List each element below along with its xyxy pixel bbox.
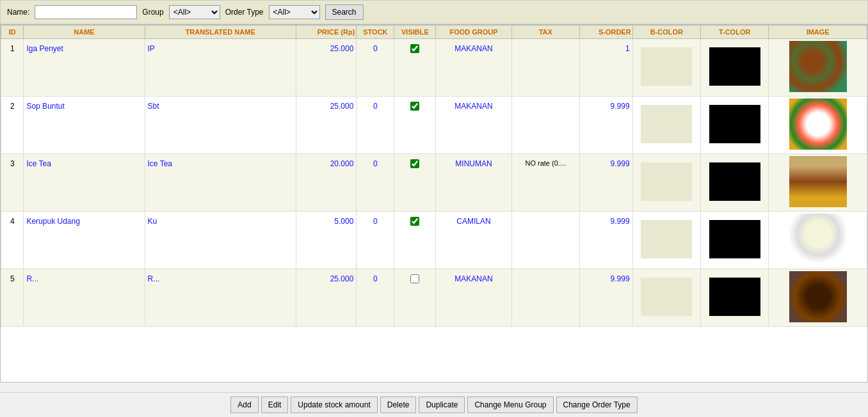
cell-id: 2 xyxy=(1,97,24,154)
cell-tcolor xyxy=(700,269,768,327)
cell-price: 25.000 xyxy=(296,39,357,97)
cell-name: Ice Tea xyxy=(24,154,145,212)
cell-bcolor xyxy=(632,269,700,327)
ordertype-select[interactable]: <All> xyxy=(269,5,320,19)
cell-image xyxy=(769,97,867,154)
col-header-image: IMAGE xyxy=(769,26,867,39)
col-header-stock: STOCK xyxy=(357,26,394,39)
cell-image xyxy=(769,269,867,327)
search-button[interactable]: Search xyxy=(325,4,364,20)
visible-checkbox[interactable] xyxy=(410,102,419,111)
cell-visible xyxy=(394,212,436,269)
cell-sorder: 9.999 xyxy=(579,212,632,269)
table-row[interactable]: 1 Iga Penyet IP 25.000 0 MAKANAN 1 xyxy=(1,39,867,97)
col-header-bcolor: B-COLOR xyxy=(632,26,700,39)
cell-tcolor xyxy=(700,154,768,212)
cell-price: 5.000 xyxy=(296,212,357,269)
cell-image xyxy=(769,39,867,97)
cell-translated: IP xyxy=(145,39,296,97)
cell-sorder: 9.999 xyxy=(579,154,632,212)
cell-id: 3 xyxy=(1,154,24,212)
cell-tax xyxy=(511,212,579,269)
group-select[interactable]: <All> xyxy=(169,5,220,19)
cell-name: Iga Penyet xyxy=(24,39,145,97)
cell-tcolor xyxy=(700,212,768,269)
table-row[interactable]: 2 Sop Buntut Sbt 25.000 0 MAKANAN 9.999 xyxy=(1,97,867,154)
col-header-name: NAME xyxy=(24,26,145,39)
group-label: Group xyxy=(142,8,163,17)
cell-bcolor xyxy=(632,212,700,269)
table-row[interactable]: 3 Ice Tea Ice Tea 20.000 0 MINUMAN NO ra… xyxy=(1,154,867,212)
cell-id: 5 xyxy=(1,269,24,327)
cell-foodgroup: CAMILAN xyxy=(436,212,511,269)
visible-checkbox[interactable] xyxy=(410,44,419,53)
col-header-sorder: S-ORDER xyxy=(579,26,632,39)
tcolor-box xyxy=(709,220,760,258)
cell-image xyxy=(769,154,867,212)
cell-stock: 0 xyxy=(357,269,394,327)
cell-translated: Ku xyxy=(145,212,296,269)
cell-foodgroup: MAKANAN xyxy=(436,39,511,97)
table-row[interactable]: 5 R... R... 25.000 0 MAKANAN 9.999 xyxy=(1,269,867,327)
table-header-row: ID NAME TRANSLATED NAME PRICE (Rp) STOCK… xyxy=(1,26,867,39)
cell-tax: NO rate (0.... xyxy=(511,154,579,212)
cell-translated: Sbt xyxy=(145,97,296,154)
cell-price: 25.000 xyxy=(296,269,357,327)
cell-visible xyxy=(394,39,436,97)
cell-id: 4 xyxy=(1,212,24,269)
cell-visible xyxy=(394,154,436,212)
visible-checkbox[interactable] xyxy=(410,159,419,168)
cell-tax xyxy=(511,97,579,154)
food-image xyxy=(789,156,847,207)
cell-price: 25.000 xyxy=(296,97,357,154)
bcolor-box xyxy=(641,162,692,201)
cell-name: R... xyxy=(24,269,145,327)
visible-checkbox[interactable] xyxy=(410,217,419,226)
bcolor-box xyxy=(641,47,692,86)
cell-sorder: 9.999 xyxy=(579,269,632,327)
visible-checkbox[interactable] xyxy=(410,274,419,283)
cell-tax xyxy=(511,269,579,327)
name-input[interactable] xyxy=(35,5,137,19)
tcolor-box xyxy=(709,162,760,201)
food-image xyxy=(789,41,847,92)
cell-bcolor xyxy=(632,39,700,97)
cell-visible xyxy=(394,269,436,327)
col-header-visible: VISIBLE xyxy=(394,26,436,39)
bcolor-box xyxy=(641,220,692,258)
food-image xyxy=(789,271,847,322)
food-image xyxy=(789,98,847,150)
table-wrapper: ID NAME TRANSLATED NAME PRICE (Rp) STOCK… xyxy=(0,24,868,382)
cell-bcolor xyxy=(632,97,700,154)
bcolor-box xyxy=(641,105,692,143)
table-row[interactable]: 4 Kerupuk Udang Ku 5.000 0 CAMILAN 9.999 xyxy=(1,212,867,269)
cell-bcolor xyxy=(632,154,700,212)
cell-tcolor xyxy=(700,39,768,97)
cell-visible xyxy=(394,97,436,154)
cell-stock: 0 xyxy=(357,39,394,97)
cell-image xyxy=(769,212,867,269)
cell-translated: Ice Tea xyxy=(145,154,296,212)
toolbar: Name: Group <All> Order Type <All> Searc… xyxy=(0,0,868,24)
col-header-translated: TRANSLATED NAME xyxy=(145,26,296,39)
col-header-id: ID xyxy=(1,26,24,39)
col-header-tax: TAX xyxy=(511,26,579,39)
cell-name: Sop Buntut xyxy=(24,97,145,154)
tcolor-box xyxy=(709,278,760,316)
tcolor-box xyxy=(709,105,760,143)
food-image xyxy=(789,214,847,265)
cell-sorder: 1 xyxy=(579,39,632,97)
ordertype-label: Order Type xyxy=(225,8,264,17)
cell-id: 1 xyxy=(1,39,24,97)
cell-name: Kerupuk Udang xyxy=(24,212,145,269)
cell-sorder: 9.999 xyxy=(579,97,632,154)
cell-translated: R... xyxy=(145,269,296,327)
col-header-price: PRICE (Rp) xyxy=(296,26,357,39)
cell-foodgroup: MAKANAN xyxy=(436,97,511,154)
col-header-tcolor: T-COLOR xyxy=(700,26,768,39)
cell-stock: 0 xyxy=(357,154,394,212)
menu-table: ID NAME TRANSLATED NAME PRICE (Rp) STOCK… xyxy=(1,25,867,327)
bcolor-box xyxy=(641,278,692,316)
col-header-foodgroup: FOOD GROUP xyxy=(436,26,511,39)
cell-foodgroup: MINUMAN xyxy=(436,154,511,212)
